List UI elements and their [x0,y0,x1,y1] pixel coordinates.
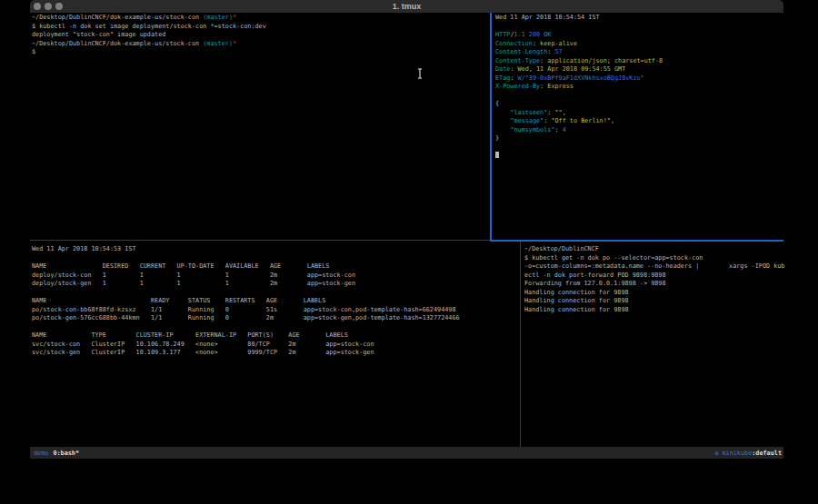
pane-border-horizontal-left[interactable] [30,240,490,241]
terminal-cursor [495,152,499,158]
ibeam-mouse-cursor [416,68,424,79]
terminal-line: Connection: keep-alive [495,40,787,49]
terminal-line: Wed 11 Apr 2018 10:54:53 IST [32,245,522,254]
terminal-line: "message": "Off to Berlin!", [495,117,787,126]
window-title: 1. tmux [30,0,783,13]
terminal-line: deploy/stock-gen 1 1 1 1 2m app=stock-ge… [32,280,522,289]
terminal-line: NAME TYPE CLUSTER-IP EXTERNAL-IP PORT(S)… [32,331,522,341]
terminal-line [495,92,787,101]
terminal-line: X-Powered-By: Express [495,83,787,92]
terminal-pane-top-right[interactable]: Wed 11 Apr 2018 10:54:54 IST HTTP/1.1 20… [492,13,787,241]
terminal-line: "lastseen": "", [495,109,787,118]
terminal-line: } [495,134,787,143]
terminal-line: ETag: W/"39-0xBPf9aF1dXVNkhsxoBQgJ8vKzo" [495,74,787,84]
terminal-line: NAME READY STATUS RESTARTS AGE LABELS [32,297,522,306]
terminal-line: svc/stock-gen ClusterIP 10.109.3.177 <no… [32,349,522,358]
terminal-line [495,23,787,32]
terminal-line: Content-Length: 57 [495,48,787,57]
kube-namespace-label: :default [752,450,782,457]
kube-context-label: minikube [723,450,753,457]
terminal-line: ~/Desktop/DublinCNCF [524,245,786,254]
window-titlebar[interactable]: 1. tmux [30,0,783,13]
terminal-line: HTTP/1.1 200 OK [495,31,787,40]
terminal-line: svc/stock-con ClusterIP 10.106.78.249 <n… [32,341,522,350]
terminal-line: $ [32,48,492,57]
terminal-line: deploy/stock-con 1 1 1 1 2m app=stock-co… [32,272,522,281]
terminal-line: deployment "stock-con" image updated [32,31,492,40]
pane-border-vertical-bottom[interactable] [520,242,521,447]
terminal-line: Handling connection for 9898 [524,306,786,315]
terminal-line: { [495,100,787,109]
kubernetes-helm-icon: ⎈ [714,450,719,457]
terminal-line: ~/Desktop/DublinCNCF/dok-example-us/stoc… [32,40,492,49]
terminal-line [495,143,787,153]
terminal-line: ~/Desktop/DublinCNCF/dok-example-us/stoc… [32,14,492,23]
terminal-line: Handling connection for 9898 [524,297,786,306]
terminal-line: Content-Type: application/json; charset=… [495,57,787,66]
tmux-status-bar: demo 0:bash* ⎈ minikube :default [30,447,783,459]
terminal-line: po/stock-gen-576cc688bb-44kmn 1/1 Runnin… [32,314,522,323]
terminal-line: "numsymbols": 4 [495,126,787,135]
terminal-line: Wed 11 Apr 2018 10:54:54 IST [495,14,787,23]
terminal-pane-bottom-right[interactable]: ~/Desktop/DublinCNCF$ kubectl get -n dok… [522,242,786,450]
terminal-line [32,289,522,298]
terminal-line: ectl -n dok port-forward POD 9898:9898 [524,272,786,281]
terminal-line: -o=custom-columns=:metadata.name --no-he… [524,262,786,272]
terminal-line: $ kubectl get -n dok po --selector=app=s… [524,254,786,263]
terminal-line: Handling connection for 9898 [524,289,786,298]
terminal-pane-top-left[interactable]: ~/Desktop/DublinCNCF/dok-example-us/stoc… [30,13,492,241]
terminal-line [495,152,787,161]
terminal-line [32,323,522,332]
terminal-line: Forwarding from 127.0.0.1:9898 -> 9898 [524,280,786,289]
tmux-window-tab[interactable]: 0:bash* [53,450,79,457]
terminal-line: po/stock-con-bb68f88fd-kzsxz 1/1 Running… [32,306,522,315]
tmux-session-name: demo [34,450,48,457]
terminal-line: $ kubectl -n dok set image deployment/st… [32,23,492,32]
terminal-window: 1. tmux ~/Desktop/DublinCNCF/dok-example… [30,0,783,459]
terminal-line [32,254,522,263]
terminal-pane-bottom-left[interactable]: Wed 11 Apr 2018 10:54:53 IST NAME DESIRE… [30,242,522,450]
terminal-line: Date: Wed, 11 Apr 2018 09:54:55 GMT [495,65,787,74]
desktop: 1. tmux ~/Desktop/DublinCNCF/dok-example… [0,0,818,504]
terminal-line: NAME DESIRED CURRENT UP-TO-DATE AVAILABL… [32,262,522,272]
